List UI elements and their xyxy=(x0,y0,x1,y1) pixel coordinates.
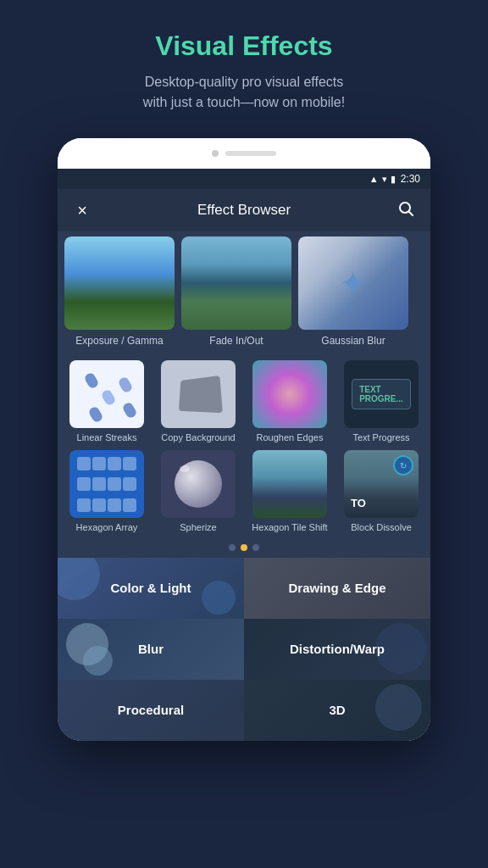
streaks-decoration xyxy=(69,360,144,428)
category-label-drawing: Drawing & Edge xyxy=(288,581,385,595)
category-label-3d: 3D xyxy=(329,703,345,717)
blur-circle xyxy=(83,646,113,676)
effect-roughen-edges[interactable]: Roughen Edges xyxy=(247,360,332,443)
effect-label-hexarray: Hexagon Array xyxy=(76,521,138,533)
status-bar: ▲ ▾ ▮ 2:30 xyxy=(58,169,430,189)
copy-shape xyxy=(179,376,223,413)
effect-copy-background[interactable]: Copy Background xyxy=(156,360,241,443)
app-title: Visual Effects xyxy=(34,31,454,62)
sphere-shape xyxy=(175,460,222,508)
thumb-text-progress: TEXTPROGRE... xyxy=(344,360,419,428)
hex-dot xyxy=(92,498,106,512)
pagination xyxy=(58,537,430,558)
hex-dot xyxy=(77,498,91,512)
pagination-dot-3[interactable] xyxy=(252,544,259,551)
app-subtitle: Desktop-quality pro visual effectswith j… xyxy=(34,72,454,113)
hex-dot xyxy=(123,477,136,491)
status-icons: ▲ ▾ ▮ xyxy=(369,174,396,185)
category-label-blur: Blur xyxy=(138,642,164,656)
thumb-linear-streaks xyxy=(69,360,144,428)
category-procedural[interactable]: Procedural xyxy=(58,680,244,741)
hex-dot xyxy=(123,457,136,470)
effect-label-block-dissolve: Block Dissolve xyxy=(351,521,412,533)
category-3d[interactable]: 3D xyxy=(244,680,430,741)
dissolve-icon: ↻ xyxy=(393,455,413,476)
effect-label-spherize: Spherize xyxy=(180,521,216,533)
effect-label-hex-tile: Hexagon Tile Shift xyxy=(252,521,327,533)
streak-dot xyxy=(100,388,116,407)
blur-circle xyxy=(202,581,236,615)
camera-dot xyxy=(212,150,219,157)
phone-bezel-top xyxy=(58,138,430,169)
thumb-copy-bg xyxy=(161,360,236,428)
star-icon: ✦ xyxy=(339,264,368,303)
hex-dot xyxy=(108,477,121,491)
category-blur[interactable]: Blur xyxy=(58,619,244,680)
effect-spherize[interactable]: Spherize xyxy=(156,450,241,533)
thumb-roughen xyxy=(252,360,327,428)
featured-label-fade: Fade In/Out xyxy=(181,333,291,348)
signal-icon: ▲ xyxy=(369,174,379,184)
blur-circle xyxy=(375,684,422,731)
battery-icon: ▮ xyxy=(391,174,396,185)
effect-label-linear-streaks: Linear Streaks xyxy=(77,431,137,443)
category-label-color-light: Color & Light xyxy=(111,581,191,595)
effect-label-copy-bg: Copy Background xyxy=(161,431,235,443)
pagination-dot-2[interactable] xyxy=(241,544,247,551)
featured-label-gaussian: Gaussian Blur xyxy=(298,333,408,348)
blur-circle xyxy=(58,558,100,600)
effect-linear-streaks[interactable]: Linear Streaks xyxy=(64,360,149,443)
thumb-hexarray xyxy=(69,450,144,518)
category-distortion[interactable]: Distortion/Warp xyxy=(244,619,430,680)
category-grid: Color & Light Drawing & Edge Blur Distor… xyxy=(58,558,430,741)
featured-card-exposure[interactable]: Exposure / Gamma xyxy=(64,236,175,348)
hex-dot xyxy=(77,477,91,491)
hex-dot xyxy=(92,477,106,491)
thumb-hex-tile xyxy=(252,450,327,518)
app-header: Visual Effects Desktop-quality pro visua… xyxy=(0,0,488,130)
hex-dot xyxy=(92,457,106,470)
speaker-bar xyxy=(225,151,276,156)
featured-card-gaussian[interactable]: ✦ Gaussian Blur xyxy=(298,236,408,348)
dissolve-to-label: TO xyxy=(351,497,366,509)
effect-text-progress[interactable]: TEXTPROGRE... Text Progress xyxy=(339,360,424,443)
nav-bar: × Effect Browser xyxy=(58,189,430,231)
text-progress-box: TEXTPROGRE... xyxy=(352,379,411,409)
effects-grid: Linear Streaks Copy Background Roughen E… xyxy=(58,353,430,537)
hex-dot xyxy=(77,457,91,470)
search-button[interactable] xyxy=(393,200,419,221)
featured-row: Exposure / Gamma Fade In/Out ✦ Gaussian … xyxy=(58,231,430,353)
featured-label-exposure: Exposure / Gamma xyxy=(64,333,175,348)
nav-title: Effect Browser xyxy=(95,202,393,219)
category-drawing-edge[interactable]: Drawing & Edge xyxy=(244,558,430,619)
phone-mockup: ▲ ▾ ▮ 2:30 × Effect Browser xyxy=(58,138,430,741)
category-color-light[interactable]: Color & Light xyxy=(58,558,244,619)
hex-dot xyxy=(123,498,136,512)
thumb-spherize xyxy=(161,450,236,518)
status-time: 2:30 xyxy=(401,173,420,185)
thumb-block-dissolve: ↻ TO xyxy=(344,450,419,518)
wifi-icon: ▾ xyxy=(382,174,387,185)
effect-block-dissolve[interactable]: ↻ TO Block Dissolve xyxy=(339,450,424,533)
streak-dot xyxy=(83,371,99,390)
text-progress-label: TEXTPROGRE... xyxy=(359,385,403,403)
category-label-distortion: Distortion/Warp xyxy=(290,642,385,656)
effect-label-roughen: Roughen Edges xyxy=(257,431,324,443)
category-label-procedural: Procedural xyxy=(118,703,184,717)
featured-card-fade[interactable]: Fade In/Out xyxy=(181,236,291,348)
effect-label-text-progress: Text Progress xyxy=(352,431,409,443)
effect-hex-tile-shift[interactable]: Hexagon Tile Shift xyxy=(247,450,332,533)
effect-hexagon-array[interactable]: Hexagon Array xyxy=(64,450,149,533)
screen: ▲ ▾ ▮ 2:30 × Effect Browser xyxy=(58,169,430,741)
svg-line-1 xyxy=(409,211,413,215)
streak-dot xyxy=(87,405,103,424)
pagination-dot-1[interactable] xyxy=(229,544,236,551)
close-button[interactable]: × xyxy=(69,201,95,220)
hex-dot xyxy=(108,457,121,470)
hex-dot xyxy=(108,498,121,512)
streak-dot xyxy=(121,401,137,420)
streak-dot xyxy=(117,376,133,394)
